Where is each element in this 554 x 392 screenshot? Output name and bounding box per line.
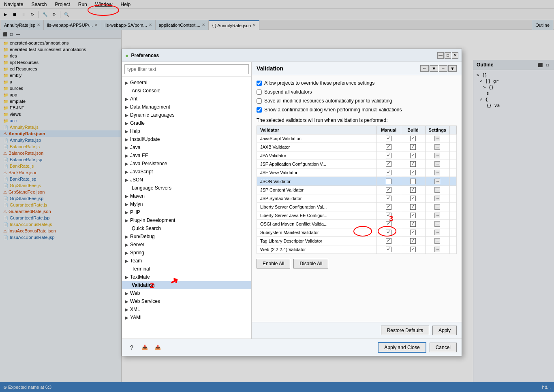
- tree-java-ee[interactable]: ▶Java EE: [122, 151, 251, 160]
- dialog-maximize-btn[interactable]: □: [445, 52, 451, 59]
- table-row[interactable]: Tag Library Descriptor Validator ⋯: [257, 237, 457, 245]
- tree-run-debug[interactable]: ▶Run/Debug: [122, 232, 251, 241]
- table-row-json[interactable]: JSON Validator ⋯: [257, 177, 457, 185]
- dialog-close-btn[interactable]: ✕: [452, 52, 458, 59]
- tree-ansi-console[interactable]: Ansi Console: [122, 87, 251, 95]
- settings-1[interactable]: ⋯: [425, 143, 449, 151]
- settings-9[interactable]: ⋯: [425, 211, 449, 219]
- settings-4[interactable]: ⋯: [425, 168, 449, 177]
- build-cb-0[interactable]: [401, 134, 425, 143]
- settings-12[interactable]: ⋯: [425, 237, 449, 245]
- tree-mylyn[interactable]: ▶Mylyn: [122, 200, 251, 208]
- manual-cb-11[interactable]: [376, 228, 401, 237]
- tree-language-servers[interactable]: Language Servers: [122, 184, 251, 192]
- tree-xml[interactable]: ▶XML: [122, 305, 251, 313]
- tree-validation[interactable]: Validation: [122, 281, 251, 289]
- tree-spring[interactable]: ▶Spring: [122, 249, 251, 257]
- table-row[interactable]: JavaScript Validation ⋯: [257, 134, 457, 143]
- table-row[interactable]: JSP Syntax Validator ⋯: [257, 194, 457, 202]
- build-cb-8[interactable]: [401, 202, 425, 211]
- settings-6[interactable]: ⋯: [425, 185, 449, 194]
- tree-help[interactable]: ▶Help: [122, 127, 251, 135]
- manual-cb-10[interactable]: [376, 219, 401, 228]
- apply-button[interactable]: Apply: [432, 326, 457, 335]
- tree-java[interactable]: ▶Java: [122, 143, 251, 151]
- settings-5[interactable]: ⋯: [425, 177, 449, 185]
- table-row[interactable]: Liberty Server Java EE Configur... ⋯: [257, 211, 457, 219]
- build-cb-9[interactable]: [401, 211, 425, 219]
- tree-server[interactable]: ▶Server: [122, 241, 251, 249]
- table-row[interactable]: Web (2.2-2.4) Validator ⋯: [257, 245, 457, 254]
- table-row[interactable]: JSF View Validator ⋯: [257, 168, 457, 177]
- tree-php[interactable]: ▶PHP: [122, 208, 251, 216]
- tree-quick-search[interactable]: Quick Search: [122, 224, 251, 232]
- table-row[interactable]: JSF Application Configuration V... ⋯: [257, 160, 457, 168]
- build-cb-13[interactable]: [401, 245, 425, 254]
- tree-data-management[interactable]: ▶Data Management: [122, 103, 251, 111]
- enable-all-button[interactable]: Enable All: [257, 259, 290, 268]
- pref-nav-forward[interactable]: →: [439, 65, 447, 72]
- tree-team[interactable]: ▶Team: [122, 257, 251, 265]
- manual-cb-4[interactable]: [376, 168, 401, 177]
- build-cb-12[interactable]: [401, 237, 425, 245]
- tree-yaml[interactable]: ▶YAML: [122, 313, 251, 322]
- tree-ant[interactable]: ▶Ant: [122, 95, 251, 103]
- export-button[interactable]: 📤: [153, 343, 163, 352]
- cb-show-confirmation[interactable]: [257, 107, 262, 113]
- pref-nav-dropdown[interactable]: ▼: [430, 65, 438, 72]
- table-row[interactable]: JPA Validator ⋯: [257, 151, 457, 160]
- help-button[interactable]: ?: [127, 343, 137, 352]
- cb-save-modified[interactable]: [257, 98, 262, 104]
- build-cb-4[interactable]: [401, 168, 425, 177]
- build-cb-3[interactable]: [401, 160, 425, 168]
- tree-maven[interactable]: ▶Maven: [122, 192, 251, 200]
- table-row[interactable]: JSP Content Validator ⋯: [257, 185, 457, 194]
- build-cb-2[interactable]: [401, 151, 425, 160]
- tree-terminal[interactable]: Terminal: [122, 265, 251, 273]
- settings-3[interactable]: ⋯: [425, 160, 449, 168]
- manual-cb-2[interactable]: [376, 151, 401, 160]
- manual-cb-1[interactable]: [376, 143, 401, 151]
- settings-0[interactable]: ⋯: [425, 134, 449, 143]
- filter-input[interactable]: [124, 64, 249, 74]
- table-row[interactable]: Liberty Server Configuration Val... ⋯: [257, 202, 457, 211]
- tree-general[interactable]: ▶General: [122, 79, 251, 87]
- tree-web-services[interactable]: ▶Web Services: [122, 297, 251, 305]
- tree-json[interactable]: ▶JSON: [122, 176, 251, 184]
- tree-install-update[interactable]: ▶Install/Update: [122, 135, 251, 143]
- manual-cb-13[interactable]: [376, 245, 401, 254]
- manual-cb-6[interactable]: [376, 185, 401, 194]
- table-row[interactable]: OSGi and Maven Conflict Valida... ⋯: [257, 219, 457, 228]
- cb-suspend[interactable]: [257, 89, 262, 95]
- tree-web[interactable]: ▶Web: [122, 289, 251, 297]
- settings-13[interactable]: ⋯: [425, 245, 449, 254]
- table-row[interactable]: Subsystem Manifest Validator ⋯: [257, 228, 457, 237]
- tree-javascript[interactable]: ▶JavaScript: [122, 168, 251, 176]
- build-cb-7[interactable]: [401, 194, 425, 202]
- tree-java-persistence[interactable]: ▶Java Persistence: [122, 160, 251, 168]
- cb-allow-projects[interactable]: [257, 81, 262, 86]
- restore-defaults-button[interactable]: Restore Defaults: [381, 326, 429, 335]
- settings-7[interactable]: ⋯: [425, 194, 449, 202]
- tree-textmate[interactable]: ▶TextMate: [122, 273, 251, 281]
- tree-plugin-dev[interactable]: ▶Plug-in Development: [122, 216, 251, 224]
- table-row[interactable]: JAXB Validator ⋯: [257, 143, 457, 151]
- pref-nav-dropdown2[interactable]: ▼: [448, 65, 457, 72]
- build-cb-10[interactable]: [401, 219, 425, 228]
- build-cb-11[interactable]: [401, 228, 425, 237]
- tree-dynamic-languages[interactable]: ▶Dynamic Languages: [122, 111, 251, 119]
- disable-all-button[interactable]: Disable All: [293, 259, 328, 268]
- manual-cb-8[interactable]: [376, 202, 401, 211]
- build-cb-6[interactable]: [401, 185, 425, 194]
- pref-nav-back[interactable]: ←: [420, 65, 429, 72]
- tree-gradle[interactable]: ▶Gradle: [122, 119, 251, 127]
- build-cb-5[interactable]: [401, 177, 425, 185]
- settings-10[interactable]: ⋯: [425, 219, 449, 228]
- build-cb-1[interactable]: [401, 143, 425, 151]
- dialog-minimize-btn[interactable]: —: [437, 52, 444, 59]
- settings-8[interactable]: ⋯: [425, 202, 449, 211]
- cancel-button[interactable]: Cancel: [430, 343, 457, 352]
- manual-cb-0[interactable]: [376, 134, 401, 143]
- manual-cb-5[interactable]: [376, 177, 401, 185]
- manual-cb-9[interactable]: [376, 211, 401, 219]
